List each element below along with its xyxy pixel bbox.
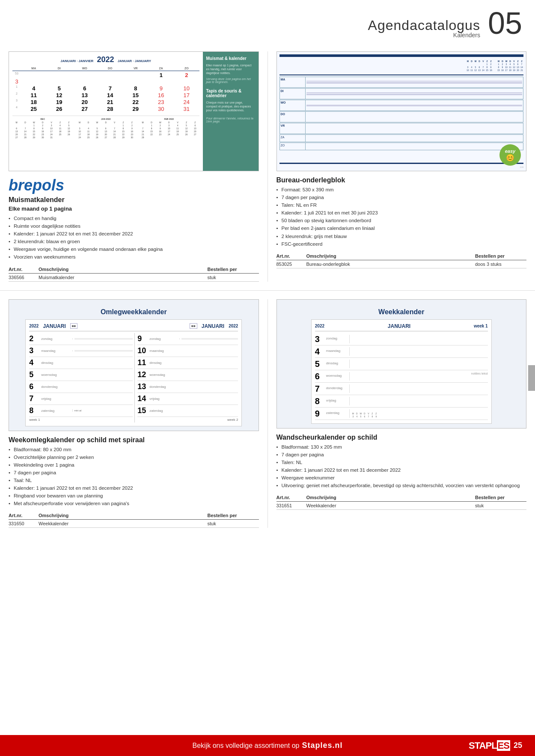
omleg-year-left: 2022: [29, 324, 39, 328]
art-order: doos 3 stuks: [475, 260, 526, 268]
omleg-month-right: JANUARI: [202, 323, 224, 329]
omleg-calendar: 2022 JANUARI ■■ ■■ JANUARI 2022: [25, 319, 242, 426]
th-omschrijving: Omschrijving: [306, 252, 476, 260]
bullet-item: Weekindeling over 1 pagina: [9, 461, 259, 469]
weekkal-calendar: 2022 JANUARI week 1 3 zondag 4 m: [311, 319, 492, 424]
muismat-art-table: Art.nr. Omschrijving Bestellen per 33656…: [9, 265, 259, 282]
th-artnr: Art.nr.: [9, 265, 39, 274]
bullet-item: Kalender: 1 januari 2022 tot en met 31 d…: [9, 484, 259, 492]
side-text-nl: Elke maand op 1 pagina, compact en handi…: [206, 63, 255, 75]
omleg-cal-title: Omlegweekkalender: [13, 304, 254, 316]
top-right-col: MDWDVZZ 12 3456789 10111213141516 MDWDVZ…: [268, 43, 535, 290]
bullet-item: Per blad een 2-jaars calendarium en lini…: [276, 224, 527, 232]
staples-logo: STAPLES: [469, 740, 510, 751]
bullet-item: 7 dagen per pagina: [276, 193, 527, 201]
brand-name: brepols: [9, 176, 259, 194]
top-section: JANUARI · JANVIER 2022 JANUAR · JANUARY …: [0, 43, 535, 290]
weekkal-month: JANUARI: [388, 323, 410, 329]
bottom-right-col: Weekkalender 2022 JANUARI week 1 3 zonda…: [268, 291, 535, 537]
side-text-fr: Cheque mois sur une page, compact et pra…: [206, 101, 255, 112]
omleg-art-table: Art.nr. Omschrijving Bestellen per 33165…: [9, 512, 259, 528]
art-nr: 853025: [276, 260, 306, 268]
omleg-month-mid: JANUARI: [43, 323, 65, 329]
bullet-item: Bladformaat: 130 x 205 mm: [276, 443, 527, 451]
art-desc: Bureau-onderlegblok: [306, 260, 476, 268]
page-chapter-number: 05: [488, 8, 522, 39]
art-nr: 331651: [276, 502, 306, 510]
art-nr: 336566: [9, 273, 39, 281]
table-row: 331650 Weekkalender stuk: [9, 520, 259, 528]
omleg-product-image: Omlegweekkalender 2022 JANUARI ■■ ■■ JAN…: [9, 299, 259, 431]
art-desc: Weekkalender: [306, 502, 476, 510]
bullet-item: 50 bladen op stevig kartonnen onderbord: [276, 217, 527, 224]
bullet-item: Taal: NL: [9, 476, 259, 484]
th-artnr: Art.nr.: [276, 494, 306, 502]
footer-text: Bekijk ons volledige assortiment op: [193, 742, 300, 750]
muismat-calendar: JANUARI · JANVIER 2022 JANUAR · JANUARY …: [9, 52, 203, 171]
bullet-item: Kalender: 1 januari 2022 tot en met 31 d…: [9, 230, 259, 238]
th-omschrijving: Omschrijving: [39, 512, 208, 520]
table-row: 336566 Muismatkalender stuk: [9, 273, 259, 281]
header-title-block: Agendacatalogus Kalenders: [368, 18, 480, 39]
bottom-section: Omlegweekkalender 2022 JANUARI ■■ ■■ JAN…: [0, 290, 535, 537]
art-order: stuk: [208, 520, 259, 528]
th-bestellen: Bestellen per: [208, 512, 259, 520]
art-desc: Muismatkalender: [39, 273, 208, 281]
easy-face-icon: 😊: [506, 154, 514, 162]
th-artnr: Art.nr.: [276, 252, 306, 260]
easy-badge-text: easy: [505, 149, 515, 154]
page-footer: Bekijk ons volledige assortiment op Stap…: [0, 735, 535, 756]
bureau-bullets: Formaat: 530 x 390 mm 7 dagen per pagina…: [276, 186, 527, 248]
catalog-title: Agendacatalogus: [368, 18, 480, 33]
page-header: Agendacatalogus Kalenders 05: [0, 0, 535, 43]
header-right: Agendacatalogus Kalenders 05: [368, 8, 522, 39]
bottom-left-col: Omlegweekkalender 2022 JANUARI ■■ ■■ JAN…: [0, 291, 268, 537]
top-left-col: JANUARI · JANVIER 2022 JANUAR · JANUARY …: [0, 43, 268, 290]
bullet-item: Ruimte voor dagelijkse notities: [9, 222, 259, 230]
table-row: 853025 Bureau-onderlegblok doos 3 stuks: [276, 260, 527, 268]
bullet-item: Talen: NL: [276, 458, 527, 466]
th-artnr: Art.nr.: [9, 512, 39, 520]
muismat-product-image: JANUARI · JANVIER 2022 JANUAR · JANUARY …: [9, 51, 259, 171]
side-title-fr: Tapis de souris & calendrier: [206, 89, 255, 98]
product-title-wandscheur: Wandscheurkalender op schild: [276, 434, 527, 441]
art-order: stuk: [208, 273, 259, 281]
th-bestellen: Bestellen per: [475, 252, 526, 260]
bureau-art-table: Art.nr. Omschrijving Bestellen per 85302…: [276, 252, 527, 268]
cal-month-header: JANUARI · JANVIER 2022 JANUAR · JANUARY: [12, 55, 199, 64]
weekkal-product-image: Weekkalender 2022 JANUARI week 1 3 zonda…: [276, 299, 527, 429]
bullet-item: Overzichtelijke planning per 2 weken: [9, 453, 259, 461]
bullet-item: Kalender: 1 juli 2021 tot en met 30 juni…: [276, 209, 527, 217]
bullet-item: Bladformaat: 80 x 200 mm: [9, 446, 259, 453]
bullet-item: Voorzien van weeknummers: [9, 253, 259, 261]
omleg-year-right: 2022: [229, 324, 238, 328]
bullet-item: 7 dagen per pagina: [276, 451, 527, 458]
th-bestellen: Bestellen per: [475, 494, 526, 502]
bullet-item: Ringband voor bewaren van uw planning: [9, 492, 259, 500]
bullet-item: Formaat: 530 x 390 mm: [276, 186, 527, 193]
bullet-item: Met afscheurperforatie voor verwijderen …: [9, 500, 259, 507]
weekkal-year: 2022: [315, 324, 324, 328]
muismat-side-panel: Muismat & kalender Elke maand op 1 pagin…: [203, 52, 259, 171]
sidebar-indicator: [528, 365, 535, 391]
product-title-bureau: Bureau-onderlegblok: [276, 176, 527, 184]
side-title-nl: Muismat & kalender: [206, 56, 255, 61]
product-title-omleg: Weekomlegkalender op schild met spiraal: [9, 436, 259, 444]
bureau-product-image: MDWDVZZ 12 3456789 10111213141516 MDWDVZ…: [276, 51, 527, 171]
easy-badge: easy 😊: [499, 144, 521, 166]
footer-brand-link[interactable]: Staples.nl: [302, 741, 342, 750]
bullet-item: Talen: NL en FR: [276, 201, 527, 209]
art-order: stuk: [475, 502, 526, 510]
page-container: Agendacatalogus Kalenders 05 JANUARI · J…: [0, 0, 535, 562]
product-title-muismat: Muismatkalender: [9, 196, 259, 204]
bullet-item: 7 dagen per pagina: [9, 469, 259, 476]
bullet-item: FSC-gecertificeerd: [276, 240, 527, 248]
table-row: 331651 Weekkalender stuk: [276, 502, 527, 510]
weekkal-days: 3 zondag 4 maandag 5 dinsdag: [315, 333, 488, 420]
bullet-item: Weergave vorige, huidige en volgende maa…: [9, 245, 259, 253]
omleg-bullets: Bladformaat: 80 x 200 mm Overzichtelijke…: [9, 446, 259, 508]
bullet-item: 2 kleurendruk: grijs met blauw: [276, 232, 527, 240]
weekkal-cal-title: Weekkalender: [281, 304, 522, 316]
th-omschrijving: Omschrijving: [306, 494, 476, 502]
wandscheur-art-table: Art.nr. Omschrijving Bestellen per 33165…: [276, 494, 527, 510]
